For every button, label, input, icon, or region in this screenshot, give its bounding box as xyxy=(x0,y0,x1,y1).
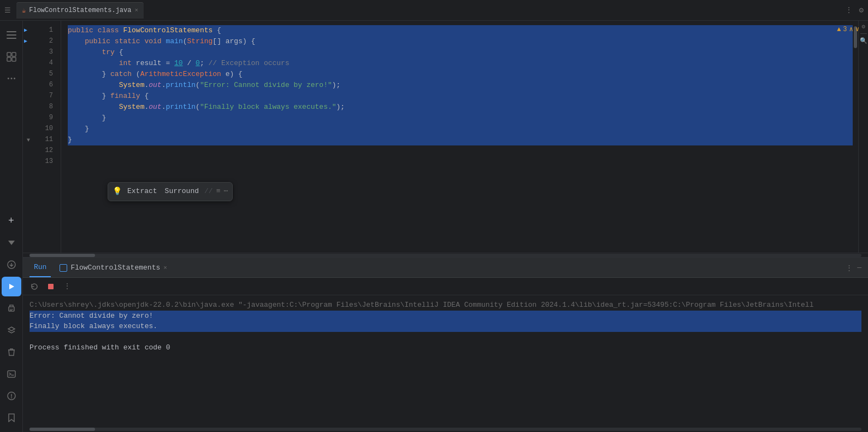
h-scrollbar-thumb[interactable] xyxy=(29,254,95,257)
warning-icon: ▲ xyxy=(837,26,841,33)
code-line-9: } xyxy=(68,113,853,124)
flow-tab-close[interactable]: × xyxy=(163,265,167,271)
settings-button[interactable]: ⚙ xyxy=(859,5,864,15)
extract-button[interactable]: Extract xyxy=(125,185,160,199)
svg-rect-9 xyxy=(10,309,13,310)
warning-count: 3 xyxy=(843,26,847,33)
sidebar-more-icon[interactable]: ••• xyxy=(2,69,21,89)
right-settings-icon[interactable]: ⚙ xyxy=(861,23,865,30)
fold-arrow[interactable]: ▼ xyxy=(27,135,30,145)
sidebar-print-icon[interactable] xyxy=(2,299,21,318)
run-output: C:\Users\shrey\.jdks\openjdk-22.0.2\bin\… xyxy=(23,295,868,427)
bulb-icon[interactable]: 💡 xyxy=(113,185,122,197)
finally-output-line: Finally block always executes. xyxy=(29,321,861,332)
left-sidebar: ••• + xyxy=(0,21,23,432)
code-line-4: int result = 10 / 0; // Exception occurs xyxy=(68,58,853,69)
restart-button[interactable] xyxy=(27,279,42,294)
run-panel: Run FlowControlStatements × ⋮ — xyxy=(23,257,868,432)
empty-line-1 xyxy=(29,332,861,343)
line-num-2: ▶ 2 xyxy=(34,36,56,47)
sidebar-add-icon[interactable]: + xyxy=(2,211,21,231)
cmd-output-line: C:\Users\shrey\.jdks\openjdk-22.0.2\bin\… xyxy=(29,300,861,311)
right-search-icon[interactable]: 🔍 xyxy=(860,37,867,44)
code-line-2: public static void main(String[] args) { xyxy=(68,36,853,47)
stop-button[interactable] xyxy=(44,279,58,294)
run-toolbar: ⋮ xyxy=(23,278,868,295)
svg-rect-3 xyxy=(7,52,11,56)
sidebar-run-icon[interactable] xyxy=(2,277,21,296)
run-gutter-btn[interactable]: ▶ xyxy=(24,26,27,35)
code-line-13 xyxy=(68,156,853,167)
warning-down[interactable]: ∨ xyxy=(855,25,859,33)
svg-rect-0 xyxy=(7,31,16,32)
error-output-line: Error: Cannot divide by zero! xyxy=(29,311,861,322)
toolbar-separator-1: // xyxy=(204,186,213,197)
code-line-8: System.out.println("Finally block always… xyxy=(68,102,853,113)
main-container: ••• + xyxy=(0,21,868,432)
editor-tab[interactable]: ☕ FlowControlStatements.java × xyxy=(16,2,144,19)
floating-toolbar: 💡 Extract Surround // ≡ ⋯ xyxy=(108,182,233,201)
sidebar-delete-icon[interactable] xyxy=(2,342,21,362)
flow-tab-icon xyxy=(60,264,67,272)
exit-output-line: Process finished with exit code 0 xyxy=(29,342,861,353)
title-bar-left: ☰ ☕ FlowControlStatements.java × xyxy=(4,2,144,19)
window-menu-icon[interactable]: ☰ xyxy=(4,6,13,15)
svg-rect-5 xyxy=(7,57,11,61)
editor-vertical-scrollbar[interactable] xyxy=(853,21,858,253)
close-tab-button[interactable]: × xyxy=(134,7,138,14)
gutter-collapse: ▼ xyxy=(23,21,34,253)
run-tab[interactable]: Run xyxy=(29,258,51,277)
code-line-11: } xyxy=(68,135,853,145)
run-panel-minimize[interactable]: — xyxy=(857,264,861,272)
sidebar-down-icon[interactable] xyxy=(2,233,21,253)
warnings-bar: ▲ 3 ∧ ∨ xyxy=(837,25,859,33)
run-bottom-scrollbar[interactable] xyxy=(23,427,868,432)
svg-rect-2 xyxy=(7,38,16,39)
code-content[interactable]: public class FlowControlStatements { pub… xyxy=(61,21,853,253)
editor-bottom-scrollbar[interactable] xyxy=(23,253,868,257)
sidebar-bookmark-icon[interactable] xyxy=(2,408,21,428)
right-panel-icons: ⚙ 🔍 xyxy=(858,21,868,253)
code-line-3: try { xyxy=(68,47,853,58)
run-label: Run xyxy=(34,263,46,271)
warning-up[interactable]: ∧ xyxy=(849,25,853,33)
editor-container: ▼ ▶ 1 ▶ 2 3 4 5 6 7 xyxy=(23,21,868,432)
run-panel-header: Run FlowControlStatements × ⋮ — xyxy=(23,258,868,278)
run-gutter-btn-2[interactable]: ▶ xyxy=(24,37,27,46)
title-bar-right: ⋮ ⚙ xyxy=(845,5,864,15)
code-line-6: System.out.println("Error: Cannot divide… xyxy=(68,80,853,91)
tab-filename: FlowControlStatements.java xyxy=(29,7,131,14)
code-line-12 xyxy=(68,145,853,156)
right-divider xyxy=(860,33,867,34)
svg-rect-6 xyxy=(12,57,16,61)
sidebar-problem-icon[interactable] xyxy=(2,386,21,406)
line-num-1: ▶ 1 xyxy=(34,25,56,36)
run-panel-more[interactable]: ⋮ xyxy=(846,264,853,272)
run-h-scrollbar-thumb[interactable] xyxy=(29,428,95,431)
svg-rect-10 xyxy=(10,310,12,311)
h-scrollbar-track[interactable] xyxy=(29,254,861,257)
title-bar: ☰ ☕ FlowControlStatements.java × ⋮ ⚙ xyxy=(0,0,868,21)
sidebar-structure-icon[interactable] xyxy=(2,47,21,67)
line-numbers: ▶ 1 ▶ 2 3 4 5 6 7 8 9 10 11 12 xyxy=(34,21,61,253)
sidebar-layers-icon[interactable] xyxy=(2,320,21,340)
run-more-button[interactable]: ⋮ xyxy=(60,279,74,294)
code-line-10: } xyxy=(68,124,853,135)
more-options-button[interactable]: ⋮ xyxy=(845,5,853,15)
svg-rect-4 xyxy=(12,52,16,56)
sidebar-menu-icon[interactable] xyxy=(2,25,21,45)
sidebar-deploy-icon[interactable] xyxy=(2,255,21,275)
run-h-scrollbar-track[interactable] xyxy=(29,428,861,431)
flow-tab[interactable]: FlowControlStatements × xyxy=(55,258,171,277)
code-line-1: public class FlowControlStatements { xyxy=(68,25,853,36)
svg-rect-13 xyxy=(48,284,54,289)
code-line-5: } catch (ArithmeticException e) { xyxy=(68,69,853,80)
toolbar-more-icon[interactable]: ⋯ xyxy=(223,186,228,197)
svg-rect-1 xyxy=(7,34,16,36)
toolbar-list-icon[interactable]: ≡ xyxy=(216,186,221,197)
code-editor[interactable]: ▼ ▶ 1 ▶ 2 3 4 5 6 7 xyxy=(23,21,868,253)
sidebar-terminal-icon[interactable] xyxy=(2,364,21,384)
run-panel-right: ⋮ — xyxy=(846,264,861,272)
surround-button[interactable]: Surround xyxy=(163,185,201,199)
flow-tab-label: FlowControlStatements xyxy=(70,264,160,272)
